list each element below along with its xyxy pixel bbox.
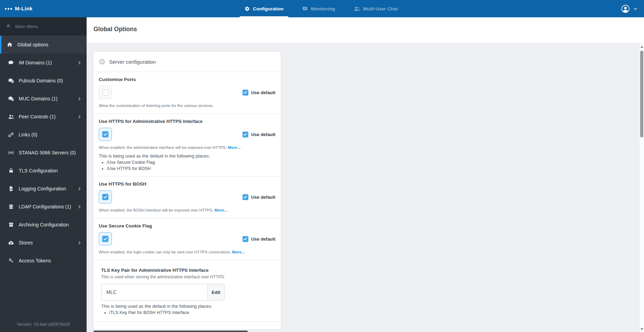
description-text: When enabled, the BOSH interface will be… xyxy=(99,208,213,212)
chevron-down-icon xyxy=(633,7,638,11)
menu-header-label: Main Menu xyxy=(15,24,38,29)
sidebar-item-global-options[interactable]: Global options xyxy=(0,36,87,54)
horizontal-scrollbar-thumb[interactable] xyxy=(94,331,248,332)
chevron-right-icon xyxy=(78,205,81,209)
person-circle-icon xyxy=(621,5,630,13)
scroll-down-button[interactable] xyxy=(639,327,644,332)
sidebar-item-im-domains-1[interactable]: IM Domains (1) xyxy=(0,54,87,72)
tls-key-pair-input[interactable] xyxy=(101,284,208,300)
toggle-row: Use default xyxy=(99,232,275,245)
chevron-right-icon xyxy=(78,97,81,101)
vertical-scrollbar[interactable] xyxy=(639,44,644,332)
sidebar-item-peer-controls-1[interactable]: Peer Controls (1) xyxy=(0,108,87,126)
tab-label: Multi-User Chat xyxy=(363,6,398,11)
more-link[interactable]: More... xyxy=(228,145,240,150)
setting-title: TLS Key Pair for Administrative HTTPS In… xyxy=(101,268,275,273)
sidebar-item-stores[interactable]: Stores xyxy=(0,234,87,252)
description-text: When enabled, the administrative interfa… xyxy=(99,145,227,150)
sidebar-item-label: LDAP Configurations (1) xyxy=(19,204,73,209)
sidebar-item-label: Stores xyxy=(19,240,73,245)
sidebar-item-archiving-configuration[interactable]: Archiving Configuration xyxy=(0,216,87,234)
monitor-icon xyxy=(302,6,308,11)
card-header: Server configuration xyxy=(93,52,281,72)
sidebar-item-logging-configuration[interactable]: Logging Configuration xyxy=(0,180,87,198)
setting-customise-ports: Customise PortsUse defaultAllow the cust… xyxy=(93,72,281,114)
triangle-down-icon xyxy=(641,328,643,330)
use-default-checkbox[interactable] xyxy=(242,194,248,200)
sidebar-nav: Global optionsIM Domains (1)Pubsub Domai… xyxy=(0,36,87,270)
version-label: Version: 19.4a0-a5597b0c9 xyxy=(0,322,87,327)
setting-title: Customise Ports xyxy=(99,77,275,82)
used-in-block: This is being used as the default in the… xyxy=(99,153,275,171)
sidebar-item-muc-domains-1[interactable]: MUC Domains (1) xyxy=(0,90,87,108)
used-in-label: This is being used as the default in the… xyxy=(101,304,275,309)
vertical-scrollbar-thumb[interactable] xyxy=(640,51,643,137)
people-icon xyxy=(354,6,360,12)
chevron-right-icon xyxy=(78,187,81,191)
sidebar-item-tls-configuration[interactable]: TLS Configuration xyxy=(0,162,87,180)
sidebar-item-label: Global options xyxy=(17,42,81,47)
used-in-list: /Use Secure Cookie Flag/Use HTTPS for BO… xyxy=(99,160,275,171)
more-link[interactable]: More... xyxy=(232,250,245,254)
use-secure-cookie-flag-use-default[interactable]: Use default xyxy=(242,236,275,242)
comments-icon xyxy=(7,78,15,84)
description-text: When enabled, the login cookie can only … xyxy=(99,250,231,254)
customise-ports-checkbox[interactable] xyxy=(99,86,112,99)
toggle-row: Use default xyxy=(99,86,275,99)
sidebar-item-stanag-5066-servers-0[interactable]: (’A’)STANAG 5066 Servers (0) xyxy=(0,144,87,162)
sidebar-item-pubsub-domains-0[interactable]: Pubsub Domains (0) xyxy=(0,72,87,90)
used-in-item: /Use Secure Cookie Flag xyxy=(107,160,275,165)
tab-label: Monitoring xyxy=(311,6,335,11)
scroll-up-button[interactable] xyxy=(639,44,644,49)
page-header: Global Options xyxy=(87,17,644,44)
card-header-label: Server configuration xyxy=(109,59,156,65)
use-https-for-bosh-checkbox[interactable] xyxy=(99,190,112,204)
page-title: Global Options xyxy=(94,26,137,33)
use-default-label: Use default xyxy=(251,132,275,137)
use-default-checkbox[interactable] xyxy=(242,90,248,96)
sidebar-menu-header[interactable]: Main Menu xyxy=(0,17,87,36)
use-secure-cookie-flag-checkbox[interactable] xyxy=(99,232,112,245)
use-https-for-administrative-https-interface-checkbox[interactable] xyxy=(99,128,112,141)
setting-title: Use HTTPS for BOSH xyxy=(99,181,275,187)
use-https-for-administrative-https-interface-use-default[interactable]: Use default xyxy=(242,132,275,137)
cloud-upload-icon xyxy=(7,240,15,246)
server-configuration-card: Server configuration Customise PortsUse … xyxy=(93,51,281,330)
info-circle-icon xyxy=(99,59,105,65)
link-icon xyxy=(7,132,15,138)
sidebar-item-label: Archiving Configuration xyxy=(19,222,81,227)
customise-ports-use-default[interactable]: Use default xyxy=(242,90,275,96)
use-default-checkbox[interactable] xyxy=(242,236,248,242)
tab-multi-user-chat[interactable]: Multi-User Chat xyxy=(349,0,403,17)
sidebar-item-ldap-configurations-1[interactable]: LDAP Configurations (1) xyxy=(0,198,87,216)
chevron-right-icon xyxy=(78,241,81,245)
setting-description: When enabled, the login cookie can only … xyxy=(99,249,275,255)
toggle-row: Use default xyxy=(99,128,275,141)
tab-configuration[interactable]: Configuration xyxy=(240,0,288,17)
sidebar-item-label: Links (0) xyxy=(19,132,81,137)
angles-up-icon xyxy=(6,24,11,29)
setting-title: Use Secure Cookie Flag xyxy=(99,223,275,228)
use-default-label: Use default xyxy=(251,90,275,95)
card-tail xyxy=(93,322,281,329)
setting-use-https-for-bosh: Use HTTPS for BOSHUse defaultWhen enable… xyxy=(93,177,281,218)
comments-icon xyxy=(7,96,15,102)
sidebar-item-links-0[interactable]: Links (0) xyxy=(0,126,87,144)
tab-monitoring[interactable]: Monitoring xyxy=(297,0,340,17)
keypair-input-group: Edit xyxy=(101,284,224,300)
comment-icon xyxy=(7,60,15,66)
dots-icon xyxy=(5,8,12,10)
use-https-for-bosh-use-default[interactable]: Use default xyxy=(242,194,275,200)
used-in-label: This is being used as the default in the… xyxy=(99,153,275,159)
edit-button[interactable]: Edit xyxy=(208,284,224,300)
user-menu[interactable] xyxy=(621,0,638,17)
archive-icon xyxy=(7,222,15,227)
sidebar-item-label: MUC Domains (1) xyxy=(19,96,73,101)
more-link[interactable]: More... xyxy=(214,208,227,212)
sidebar-item-access-tokens[interactable]: Access Tokens xyxy=(0,252,87,270)
content-area: Server configuration Customise PortsUse … xyxy=(87,44,644,332)
topbar: M-Link ConfigurationMonitoringMulti-User… xyxy=(0,0,644,17)
sidebar-item-label: IM Domains (1) xyxy=(19,60,73,65)
checkbox-box xyxy=(102,194,108,200)
use-default-checkbox[interactable] xyxy=(242,132,248,137)
